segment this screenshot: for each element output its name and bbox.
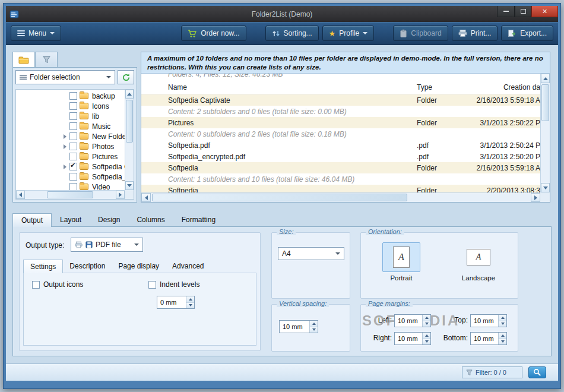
margin-right-value[interactable]: 10 mm <box>395 333 422 344</box>
margin-bottom-spinner[interactable]: 10 mm <box>470 332 507 345</box>
tree-checkbox[interactable] <box>69 153 77 160</box>
profile-button[interactable]: ★ Profile <box>322 26 375 41</box>
column-header-type[interactable]: Type <box>417 83 470 91</box>
scroll-thumb[interactable] <box>541 84 549 121</box>
indent-value[interactable]: 0 mm <box>157 296 186 308</box>
minimize-button[interactable] <box>497 6 515 17</box>
tree-item-icons[interactable]: Icons <box>16 101 125 111</box>
table-row[interactable]: Softpedia_encrypted.pdf .pdf 3/1/2013 2:… <box>141 151 540 162</box>
tree-checkbox[interactable] <box>69 173 77 181</box>
margin-top-spinner[interactable]: 10 mm <box>470 314 507 327</box>
scroll-left-button[interactable] <box>141 193 151 202</box>
indent-levels-option[interactable]: Indent levels <box>148 280 199 289</box>
menu-button[interactable]: Menu <box>11 26 61 41</box>
spin-down-button[interactable] <box>499 339 506 345</box>
order-now-button[interactable]: Order now... <box>181 26 246 41</box>
search-button[interactable] <box>528 366 546 378</box>
tab-output[interactable]: Output <box>12 213 52 227</box>
scroll-right-button[interactable] <box>116 191 125 199</box>
tab-design[interactable]: Design <box>90 213 128 226</box>
tree-item-backup[interactable]: backup <box>16 91 125 101</box>
tree-checkbox[interactable] <box>69 102 77 110</box>
tree-checkbox[interactable] <box>69 112 77 120</box>
scroll-up-button[interactable] <box>125 90 134 99</box>
table-row[interactable]: Softpedia.pdf .pdf 3/1/2013 2:50:24 P <box>141 140 540 151</box>
output-icons-checkbox[interactable] <box>32 281 40 289</box>
tree-item-new-folder[interactable]: New Folde <box>16 131 125 141</box>
spin-down-button[interactable] <box>499 321 506 327</box>
vertical-scrollbar[interactable] <box>540 74 550 192</box>
tree-item-lib[interactable]: lib <box>16 111 125 121</box>
horizontal-scrollbar[interactable] <box>141 192 540 202</box>
subtab-description[interactable]: Description <box>63 260 112 273</box>
portrait-button[interactable]: A <box>382 242 420 272</box>
scroll-down-button[interactable] <box>125 181 134 190</box>
spin-up-button[interactable] <box>186 296 194 303</box>
tree-item-softpedia-u[interactable]: Softpedia_ <box>16 172 125 182</box>
tree-checkbox[interactable] <box>69 143 77 150</box>
scroll-thumb[interactable] <box>126 100 133 143</box>
expander-icon[interactable] <box>62 144 69 149</box>
vertical-spacing-value[interactable]: 10 mm <box>280 321 309 333</box>
indent-levels-checkbox[interactable] <box>148 281 156 289</box>
scroll-thumb[interactable] <box>152 194 407 201</box>
scroll-thumb[interactable] <box>47 191 93 198</box>
column-header-created[interactable]: Creation da <box>470 83 540 91</box>
spin-down-button[interactable] <box>310 327 318 333</box>
table-row-clipped[interactable]: Softpedia_ Folder 2/20/2013 3:08:3 <box>141 185 540 192</box>
spin-up-button[interactable] <box>499 333 506 339</box>
expander-icon[interactable] <box>62 165 69 169</box>
horizontal-scrollbar[interactable] <box>16 190 125 199</box>
indent-spinner[interactable]: 0 mm <box>157 296 195 309</box>
vertical-spacing-spinner[interactable]: 10 mm <box>279 320 318 333</box>
tree-checkbox[interactable] <box>69 92 77 100</box>
expander-icon[interactable] <box>62 134 69 139</box>
tab-formatting[interactable]: Formatting <box>173 213 224 226</box>
print-button[interactable]: Print... <box>452 26 498 41</box>
scroll-right-button[interactable] <box>531 193 540 202</box>
subtab-settings[interactable]: Settings <box>23 260 63 273</box>
tree-checkbox[interactable] <box>69 122 77 130</box>
tree-item-pictures[interactable]: Pictures <box>16 151 125 162</box>
tree-checkbox[interactable] <box>69 132 77 140</box>
folder-selection-tab[interactable] <box>12 52 35 67</box>
spin-up-button[interactable] <box>423 315 430 321</box>
filter-status[interactable]: Filter: 0 / 0 <box>462 366 522 378</box>
subtab-page-display[interactable]: Page display <box>112 260 166 273</box>
tree-item-video[interactable]: Video <box>16 182 125 190</box>
tree-checkbox[interactable] <box>69 183 77 190</box>
spin-up-button[interactable] <box>423 333 430 339</box>
folder-selection-dropdown[interactable]: Folder selection <box>15 70 115 84</box>
title-bar[interactable]: Folder2List (Demo) ✕ <box>6 6 558 22</box>
table-row[interactable]: Softpedia Folder 2/16/2013 5:59:18 A <box>141 162 540 173</box>
table-row[interactable]: Pictures Folder 3/1/2013 2:50:22 P <box>141 117 540 128</box>
export-button[interactable]: Export... <box>501 26 553 41</box>
vertical-scrollbar[interactable] <box>125 90 134 190</box>
spin-down-button[interactable] <box>423 321 430 327</box>
spin-up-button[interactable] <box>499 315 506 321</box>
size-dropdown[interactable]: A4 <box>278 247 344 260</box>
scroll-up-button[interactable] <box>541 74 550 83</box>
margin-right-spinner[interactable]: 10 mm <box>394 332 431 345</box>
landscape-button[interactable]: A <box>460 242 498 272</box>
output-icons-option[interactable]: Output icons <box>32 280 83 289</box>
filter-tab[interactable] <box>35 52 58 67</box>
tab-columns[interactable]: Columns <box>128 213 173 226</box>
scroll-down-button[interactable] <box>541 183 550 192</box>
refresh-button[interactable] <box>118 70 134 84</box>
output-type-dropdown[interactable]: PDF file <box>71 238 143 252</box>
column-header-name[interactable]: Name <box>141 83 417 91</box>
tree-item-photos[interactable]: Photos <box>16 141 125 151</box>
clipboard-button[interactable]: Clipboard <box>393 26 448 41</box>
close-button[interactable]: ✕ <box>531 6 558 17</box>
spin-up-button[interactable] <box>310 321 318 327</box>
table-row[interactable]: Softpedia Captivate Folder 2/16/2013 5:5… <box>141 94 540 106</box>
subtab-advanced[interactable]: Advanced <box>166 260 210 273</box>
spin-down-button[interactable] <box>423 339 430 345</box>
sorting-button[interactable]: Sorting... <box>265 26 319 41</box>
tree-checkbox[interactable] <box>69 163 77 170</box>
tab-layout[interactable]: Layout <box>52 213 90 226</box>
margin-top-value[interactable]: 10 mm <box>471 315 498 327</box>
maximize-button[interactable] <box>515 6 531 17</box>
scroll-left-button[interactable] <box>16 191 25 199</box>
